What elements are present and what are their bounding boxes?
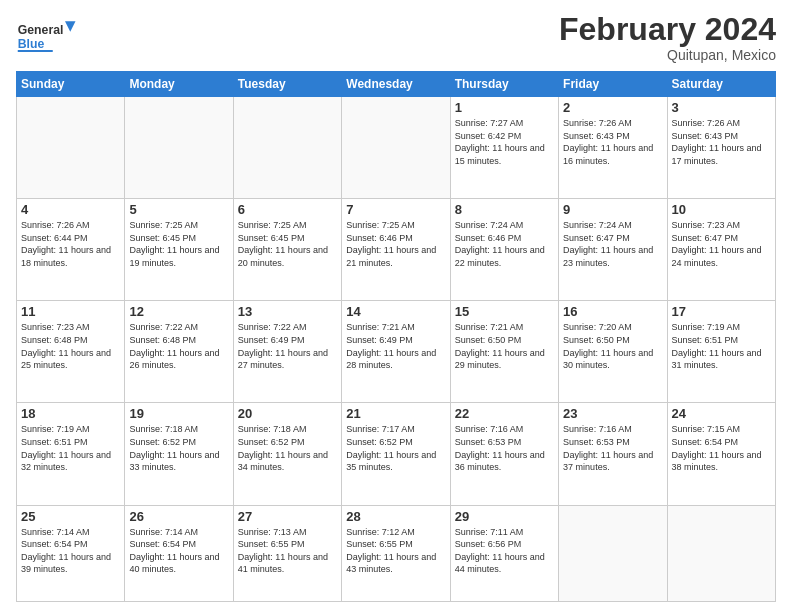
calendar-cell: 23Sunrise: 7:16 AMSunset: 6:53 PMDayligh…	[559, 403, 667, 505]
calendar-cell: 29Sunrise: 7:11 AMSunset: 6:56 PMDayligh…	[450, 505, 558, 601]
calendar-cell: 17Sunrise: 7:19 AMSunset: 6:51 PMDayligh…	[667, 301, 775, 403]
svg-text:General: General	[18, 23, 64, 37]
day-number: 11	[21, 304, 120, 319]
cell-content: Sunrise: 7:19 AMSunset: 6:51 PMDaylight:…	[672, 321, 771, 371]
cell-content: Sunrise: 7:22 AMSunset: 6:49 PMDaylight:…	[238, 321, 337, 371]
cell-content: Sunrise: 7:26 AMSunset: 6:44 PMDaylight:…	[21, 219, 120, 269]
cell-content: Sunrise: 7:26 AMSunset: 6:43 PMDaylight:…	[563, 117, 662, 167]
day-number: 12	[129, 304, 228, 319]
logo-svg: General Blue	[16, 12, 86, 62]
cell-content: Sunrise: 7:17 AMSunset: 6:52 PMDaylight:…	[346, 423, 445, 473]
day-number: 18	[21, 406, 120, 421]
cell-content: Sunrise: 7:16 AMSunset: 6:53 PMDaylight:…	[455, 423, 554, 473]
title-section: February 2024 Quitupan, Mexico	[559, 12, 776, 63]
cell-content: Sunrise: 7:16 AMSunset: 6:53 PMDaylight:…	[563, 423, 662, 473]
calendar-cell: 10Sunrise: 7:23 AMSunset: 6:47 PMDayligh…	[667, 199, 775, 301]
day-number: 6	[238, 202, 337, 217]
day-number: 25	[21, 509, 120, 524]
cell-content: Sunrise: 7:14 AMSunset: 6:54 PMDaylight:…	[129, 526, 228, 576]
calendar-cell	[559, 505, 667, 601]
calendar-cell	[17, 97, 125, 199]
cell-content: Sunrise: 7:18 AMSunset: 6:52 PMDaylight:…	[129, 423, 228, 473]
calendar-cell: 20Sunrise: 7:18 AMSunset: 6:52 PMDayligh…	[233, 403, 341, 505]
page: General Blue February 2024 Quitupan, Mex…	[0, 0, 792, 612]
day-header-monday: Monday	[125, 72, 233, 97]
week-row-2: 4Sunrise: 7:26 AMSunset: 6:44 PMDaylight…	[17, 199, 776, 301]
location-subtitle: Quitupan, Mexico	[559, 47, 776, 63]
calendar-cell: 11Sunrise: 7:23 AMSunset: 6:48 PMDayligh…	[17, 301, 125, 403]
day-number: 19	[129, 406, 228, 421]
calendar-cell: 3Sunrise: 7:26 AMSunset: 6:43 PMDaylight…	[667, 97, 775, 199]
calendar-cell: 1Sunrise: 7:27 AMSunset: 6:42 PMDaylight…	[450, 97, 558, 199]
cell-content: Sunrise: 7:23 AMSunset: 6:47 PMDaylight:…	[672, 219, 771, 269]
day-header-wednesday: Wednesday	[342, 72, 450, 97]
day-number: 3	[672, 100, 771, 115]
cell-content: Sunrise: 7:25 AMSunset: 6:46 PMDaylight:…	[346, 219, 445, 269]
svg-text:Blue: Blue	[18, 37, 45, 51]
week-row-4: 18Sunrise: 7:19 AMSunset: 6:51 PMDayligh…	[17, 403, 776, 505]
cell-content: Sunrise: 7:21 AMSunset: 6:50 PMDaylight:…	[455, 321, 554, 371]
day-number: 27	[238, 509, 337, 524]
cell-content: Sunrise: 7:19 AMSunset: 6:51 PMDaylight:…	[21, 423, 120, 473]
day-number: 7	[346, 202, 445, 217]
calendar-cell: 15Sunrise: 7:21 AMSunset: 6:50 PMDayligh…	[450, 301, 558, 403]
day-number: 21	[346, 406, 445, 421]
week-row-5: 25Sunrise: 7:14 AMSunset: 6:54 PMDayligh…	[17, 505, 776, 601]
header: General Blue February 2024 Quitupan, Mex…	[16, 12, 776, 63]
day-number: 10	[672, 202, 771, 217]
cell-content: Sunrise: 7:25 AMSunset: 6:45 PMDaylight:…	[129, 219, 228, 269]
calendar-cell: 12Sunrise: 7:22 AMSunset: 6:48 PMDayligh…	[125, 301, 233, 403]
cell-content: Sunrise: 7:21 AMSunset: 6:49 PMDaylight:…	[346, 321, 445, 371]
cell-content: Sunrise: 7:25 AMSunset: 6:45 PMDaylight:…	[238, 219, 337, 269]
calendar-cell: 24Sunrise: 7:15 AMSunset: 6:54 PMDayligh…	[667, 403, 775, 505]
day-number: 2	[563, 100, 662, 115]
calendar-cell: 6Sunrise: 7:25 AMSunset: 6:45 PMDaylight…	[233, 199, 341, 301]
day-header-tuesday: Tuesday	[233, 72, 341, 97]
calendar-cell: 21Sunrise: 7:17 AMSunset: 6:52 PMDayligh…	[342, 403, 450, 505]
day-number: 24	[672, 406, 771, 421]
day-header-friday: Friday	[559, 72, 667, 97]
cell-content: Sunrise: 7:26 AMSunset: 6:43 PMDaylight:…	[672, 117, 771, 167]
calendar-cell: 4Sunrise: 7:26 AMSunset: 6:44 PMDaylight…	[17, 199, 125, 301]
day-number: 16	[563, 304, 662, 319]
cell-content: Sunrise: 7:14 AMSunset: 6:54 PMDaylight:…	[21, 526, 120, 576]
day-number: 22	[455, 406, 554, 421]
cell-content: Sunrise: 7:23 AMSunset: 6:48 PMDaylight:…	[21, 321, 120, 371]
calendar-cell: 28Sunrise: 7:12 AMSunset: 6:55 PMDayligh…	[342, 505, 450, 601]
week-row-1: 1Sunrise: 7:27 AMSunset: 6:42 PMDaylight…	[17, 97, 776, 199]
week-row-3: 11Sunrise: 7:23 AMSunset: 6:48 PMDayligh…	[17, 301, 776, 403]
cell-content: Sunrise: 7:12 AMSunset: 6:55 PMDaylight:…	[346, 526, 445, 576]
calendar-cell: 27Sunrise: 7:13 AMSunset: 6:55 PMDayligh…	[233, 505, 341, 601]
header-row: SundayMondayTuesdayWednesdayThursdayFrid…	[17, 72, 776, 97]
day-number: 9	[563, 202, 662, 217]
cell-content: Sunrise: 7:24 AMSunset: 6:47 PMDaylight:…	[563, 219, 662, 269]
day-number: 29	[455, 509, 554, 524]
calendar-cell: 14Sunrise: 7:21 AMSunset: 6:49 PMDayligh…	[342, 301, 450, 403]
calendar-cell: 9Sunrise: 7:24 AMSunset: 6:47 PMDaylight…	[559, 199, 667, 301]
cell-content: Sunrise: 7:24 AMSunset: 6:46 PMDaylight:…	[455, 219, 554, 269]
day-number: 1	[455, 100, 554, 115]
calendar-cell	[125, 97, 233, 199]
calendar-cell: 5Sunrise: 7:25 AMSunset: 6:45 PMDaylight…	[125, 199, 233, 301]
calendar-cell: 7Sunrise: 7:25 AMSunset: 6:46 PMDaylight…	[342, 199, 450, 301]
calendar-cell: 25Sunrise: 7:14 AMSunset: 6:54 PMDayligh…	[17, 505, 125, 601]
cell-content: Sunrise: 7:18 AMSunset: 6:52 PMDaylight:…	[238, 423, 337, 473]
day-number: 5	[129, 202, 228, 217]
calendar-cell	[233, 97, 341, 199]
month-year-title: February 2024	[559, 12, 776, 47]
day-number: 15	[455, 304, 554, 319]
svg-marker-2	[65, 21, 76, 32]
day-header-thursday: Thursday	[450, 72, 558, 97]
day-number: 8	[455, 202, 554, 217]
cell-content: Sunrise: 7:27 AMSunset: 6:42 PMDaylight:…	[455, 117, 554, 167]
calendar-table: SundayMondayTuesdayWednesdayThursdayFrid…	[16, 71, 776, 602]
day-number: 17	[672, 304, 771, 319]
day-number: 13	[238, 304, 337, 319]
calendar-cell: 16Sunrise: 7:20 AMSunset: 6:50 PMDayligh…	[559, 301, 667, 403]
calendar-cell: 26Sunrise: 7:14 AMSunset: 6:54 PMDayligh…	[125, 505, 233, 601]
cell-content: Sunrise: 7:15 AMSunset: 6:54 PMDaylight:…	[672, 423, 771, 473]
calendar-cell: 22Sunrise: 7:16 AMSunset: 6:53 PMDayligh…	[450, 403, 558, 505]
day-number: 20	[238, 406, 337, 421]
calendar-cell: 2Sunrise: 7:26 AMSunset: 6:43 PMDaylight…	[559, 97, 667, 199]
calendar-cell: 19Sunrise: 7:18 AMSunset: 6:52 PMDayligh…	[125, 403, 233, 505]
